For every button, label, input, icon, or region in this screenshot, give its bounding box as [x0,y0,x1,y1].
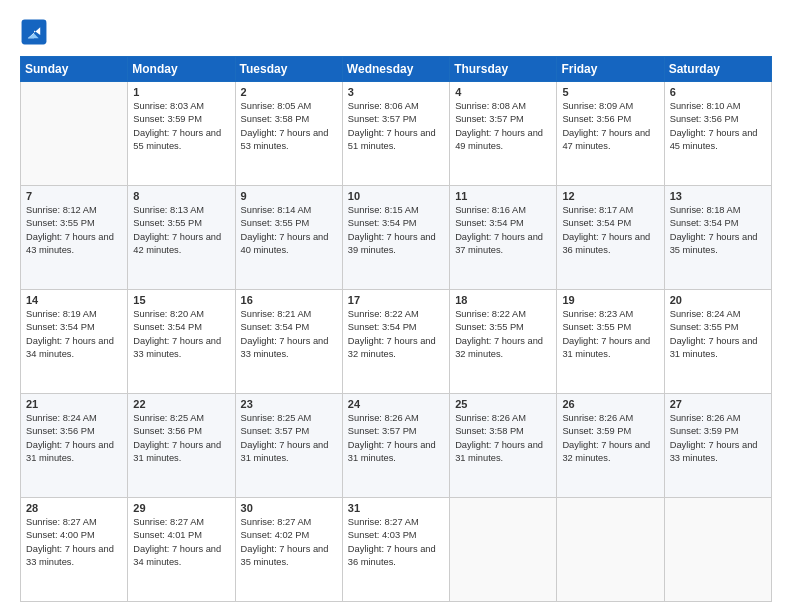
week-row-5: 28Sunrise: 8:27 AMSunset: 4:00 PMDayligh… [21,498,772,602]
cell-info: Sunrise: 8:27 AMSunset: 4:03 PMDaylight:… [348,516,444,570]
day-header-sunday: Sunday [21,57,128,82]
calendar-cell [664,498,771,602]
cell-date: 10 [348,190,444,202]
cell-info: Sunrise: 8:03 AMSunset: 3:59 PMDaylight:… [133,100,229,154]
cell-info: Sunrise: 8:22 AMSunset: 3:55 PMDaylight:… [455,308,551,362]
calendar-cell: 19Sunrise: 8:23 AMSunset: 3:55 PMDayligh… [557,290,664,394]
cell-info: Sunrise: 8:14 AMSunset: 3:55 PMDaylight:… [241,204,337,258]
cell-date: 8 [133,190,229,202]
cell-info: Sunrise: 8:09 AMSunset: 3:56 PMDaylight:… [562,100,658,154]
cell-date: 30 [241,502,337,514]
cell-info: Sunrise: 8:10 AMSunset: 3:56 PMDaylight:… [670,100,766,154]
cell-date: 23 [241,398,337,410]
cell-info: Sunrise: 8:16 AMSunset: 3:54 PMDaylight:… [455,204,551,258]
cell-info: Sunrise: 8:12 AMSunset: 3:55 PMDaylight:… [26,204,122,258]
calendar-cell [21,82,128,186]
calendar-cell: 14Sunrise: 8:19 AMSunset: 3:54 PMDayligh… [21,290,128,394]
week-row-3: 14Sunrise: 8:19 AMSunset: 3:54 PMDayligh… [21,290,772,394]
header [20,18,772,46]
calendar-cell: 23Sunrise: 8:25 AMSunset: 3:57 PMDayligh… [235,394,342,498]
calendar-cell: 16Sunrise: 8:21 AMSunset: 3:54 PMDayligh… [235,290,342,394]
cell-info: Sunrise: 8:17 AMSunset: 3:54 PMDaylight:… [562,204,658,258]
week-row-4: 21Sunrise: 8:24 AMSunset: 3:56 PMDayligh… [21,394,772,498]
day-header-monday: Monday [128,57,235,82]
calendar-cell: 28Sunrise: 8:27 AMSunset: 4:00 PMDayligh… [21,498,128,602]
cell-date: 16 [241,294,337,306]
cell-date: 25 [455,398,551,410]
calendar-cell [450,498,557,602]
calendar-cell: 9Sunrise: 8:14 AMSunset: 3:55 PMDaylight… [235,186,342,290]
cell-info: Sunrise: 8:27 AMSunset: 4:00 PMDaylight:… [26,516,122,570]
calendar-cell: 31Sunrise: 8:27 AMSunset: 4:03 PMDayligh… [342,498,449,602]
header-row: SundayMondayTuesdayWednesdayThursdayFrid… [21,57,772,82]
cell-date: 4 [455,86,551,98]
cell-info: Sunrise: 8:24 AMSunset: 3:55 PMDaylight:… [670,308,766,362]
cell-date: 21 [26,398,122,410]
calendar-cell: 26Sunrise: 8:26 AMSunset: 3:59 PMDayligh… [557,394,664,498]
cell-date: 5 [562,86,658,98]
cell-info: Sunrise: 8:06 AMSunset: 3:57 PMDaylight:… [348,100,444,154]
calendar-cell: 1Sunrise: 8:03 AMSunset: 3:59 PMDaylight… [128,82,235,186]
cell-date: 19 [562,294,658,306]
day-header-wednesday: Wednesday [342,57,449,82]
cell-date: 13 [670,190,766,202]
calendar-cell: 7Sunrise: 8:12 AMSunset: 3:55 PMDaylight… [21,186,128,290]
cell-info: Sunrise: 8:18 AMSunset: 3:54 PMDaylight:… [670,204,766,258]
day-header-friday: Friday [557,57,664,82]
cell-info: Sunrise: 8:13 AMSunset: 3:55 PMDaylight:… [133,204,229,258]
calendar-cell: 17Sunrise: 8:22 AMSunset: 3:54 PMDayligh… [342,290,449,394]
calendar-cell: 22Sunrise: 8:25 AMSunset: 3:56 PMDayligh… [128,394,235,498]
cell-date: 31 [348,502,444,514]
logo-icon [20,18,48,46]
calendar-cell: 15Sunrise: 8:20 AMSunset: 3:54 PMDayligh… [128,290,235,394]
cell-info: Sunrise: 8:22 AMSunset: 3:54 PMDaylight:… [348,308,444,362]
week-row-2: 7Sunrise: 8:12 AMSunset: 3:55 PMDaylight… [21,186,772,290]
cell-date: 1 [133,86,229,98]
cell-info: Sunrise: 8:24 AMSunset: 3:56 PMDaylight:… [26,412,122,466]
cell-info: Sunrise: 8:25 AMSunset: 3:57 PMDaylight:… [241,412,337,466]
calendar-cell: 12Sunrise: 8:17 AMSunset: 3:54 PMDayligh… [557,186,664,290]
cell-info: Sunrise: 8:05 AMSunset: 3:58 PMDaylight:… [241,100,337,154]
cell-info: Sunrise: 8:26 AMSunset: 3:57 PMDaylight:… [348,412,444,466]
cell-date: 26 [562,398,658,410]
cell-date: 29 [133,502,229,514]
calendar-cell: 13Sunrise: 8:18 AMSunset: 3:54 PMDayligh… [664,186,771,290]
day-header-saturday: Saturday [664,57,771,82]
calendar-cell: 24Sunrise: 8:26 AMSunset: 3:57 PMDayligh… [342,394,449,498]
cell-date: 27 [670,398,766,410]
calendar-cell: 21Sunrise: 8:24 AMSunset: 3:56 PMDayligh… [21,394,128,498]
calendar-cell: 25Sunrise: 8:26 AMSunset: 3:58 PMDayligh… [450,394,557,498]
cell-info: Sunrise: 8:26 AMSunset: 3:59 PMDaylight:… [670,412,766,466]
cell-info: Sunrise: 8:27 AMSunset: 4:01 PMDaylight:… [133,516,229,570]
calendar-cell: 18Sunrise: 8:22 AMSunset: 3:55 PMDayligh… [450,290,557,394]
cell-info: Sunrise: 8:08 AMSunset: 3:57 PMDaylight:… [455,100,551,154]
day-header-tuesday: Tuesday [235,57,342,82]
cell-info: Sunrise: 8:27 AMSunset: 4:02 PMDaylight:… [241,516,337,570]
calendar-cell: 30Sunrise: 8:27 AMSunset: 4:02 PMDayligh… [235,498,342,602]
cell-info: Sunrise: 8:20 AMSunset: 3:54 PMDaylight:… [133,308,229,362]
cell-date: 18 [455,294,551,306]
cell-date: 22 [133,398,229,410]
cell-date: 12 [562,190,658,202]
cell-date: 7 [26,190,122,202]
cell-date: 14 [26,294,122,306]
cell-date: 15 [133,294,229,306]
day-header-thursday: Thursday [450,57,557,82]
calendar-table: SundayMondayTuesdayWednesdayThursdayFrid… [20,56,772,602]
calendar-cell: 4Sunrise: 8:08 AMSunset: 3:57 PMDaylight… [450,82,557,186]
cell-info: Sunrise: 8:26 AMSunset: 3:58 PMDaylight:… [455,412,551,466]
calendar-cell: 10Sunrise: 8:15 AMSunset: 3:54 PMDayligh… [342,186,449,290]
calendar-cell: 6Sunrise: 8:10 AMSunset: 3:56 PMDaylight… [664,82,771,186]
calendar-cell: 2Sunrise: 8:05 AMSunset: 3:58 PMDaylight… [235,82,342,186]
calendar-cell: 27Sunrise: 8:26 AMSunset: 3:59 PMDayligh… [664,394,771,498]
calendar-cell: 5Sunrise: 8:09 AMSunset: 3:56 PMDaylight… [557,82,664,186]
cell-info: Sunrise: 8:26 AMSunset: 3:59 PMDaylight:… [562,412,658,466]
cell-date: 9 [241,190,337,202]
cell-info: Sunrise: 8:21 AMSunset: 3:54 PMDaylight:… [241,308,337,362]
calendar-cell: 11Sunrise: 8:16 AMSunset: 3:54 PMDayligh… [450,186,557,290]
cell-date: 2 [241,86,337,98]
calendar-cell: 8Sunrise: 8:13 AMSunset: 3:55 PMDaylight… [128,186,235,290]
calendar-cell: 20Sunrise: 8:24 AMSunset: 3:55 PMDayligh… [664,290,771,394]
cell-date: 11 [455,190,551,202]
calendar-cell [557,498,664,602]
